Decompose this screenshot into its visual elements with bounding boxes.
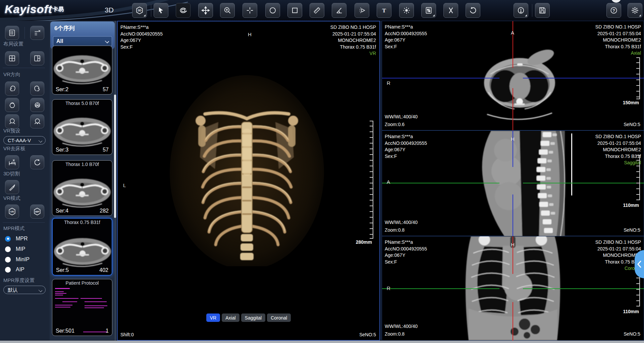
avatar[interactable] [611,0,621,3]
dropdown-corner [525,14,527,16]
dropdown-corner [144,14,146,16]
patient-name: PName:S***a [385,133,427,140]
series-thumbnail-ser3[interactable]: Thorax 5.0 B70f Ser:3 57 [52,99,112,155]
series-thumbnail-ser2[interactable]: Ser:2 57 [52,46,112,95]
series-title: Thorax 1.0 B70f [52,162,112,167]
vr-mode-mip-button[interactable]: MIP [30,205,44,219]
layout-grid-2x2-button[interactable] [5,51,19,65]
angle-tool-button[interactable] [332,3,346,18]
vr-head-back-button[interactable] [5,114,19,128]
patient-sex: Sex:F [385,153,427,160]
scale-ruler [636,57,640,99]
series-title: Thorax 5.0 B70f [52,101,112,106]
crosshair-vertical-red[interactable] [513,302,513,341]
layout-close-button[interactable] [30,26,44,40]
mpr-radio-aip[interactable]: AIP [5,267,24,273]
patient-age: Age:067Y [385,147,427,153]
crosshair-horizontal-green[interactable] [523,288,644,289]
vr-head-bottom-button[interactable] [30,98,44,112]
mpr-radio-mip[interactable]: MIP [5,246,25,252]
image-count: 1 [106,328,109,334]
scale-ruler-label: 110mm [623,309,639,314]
cobb-angle-tool-button[interactable] [355,3,369,18]
layout-split-right-button[interactable] [30,51,44,65]
patient-age: Age:067Y [385,252,427,259]
radio-icon [5,267,11,273]
pan-tool-button[interactable] [198,3,213,18]
series-thumbnail-ser5-selected[interactable]: Thorax 0.75 B31f Ser:5 402 [52,218,112,276]
series-filter-select[interactable]: All [53,36,112,46]
crosshair-horizontal-green[interactable] [382,183,499,183]
radio-icon [5,246,11,252]
zoom-tool-button[interactable] [220,3,235,18]
save-button[interactable] [535,3,550,18]
vr-preset-select[interactable]: CT-AAA-V [3,136,46,145]
crosshair-horizontal-green[interactable] [523,183,644,183]
study-info-block: SD ZIBO NO.1 HOSP 2025-01-21 07:55:04 MO… [595,133,641,166]
vr-viewport[interactable]: PName:S***a AccNO:0004920555 Age:067Y Se… [117,21,380,341]
scalpel-cut-button[interactable] [5,180,19,194]
text-tool-button[interactable]: T [377,3,391,18]
coronal-viewport[interactable]: PName:S***a AccNO:0004920555 Age:067Y Se… [382,236,644,341]
bed-reset-button[interactable] [30,155,44,169]
patient-info-block: PName:S***a AccNO:0004920555 Age:067Y Se… [385,133,427,160]
image-count: 57 [103,147,109,153]
series-thumbnail-protocol[interactable]: Patient Protocol Ser:501 1 [52,279,112,336]
sidebar-divider [3,222,45,223]
reset-tool-button[interactable] [466,3,480,18]
view-button-saggital[interactable]: Saggital [241,313,266,322]
image-count: 57 [103,87,109,93]
axial-viewport[interactable]: PName:S***a AccNO:0004920555 Age:067Y Se… [382,21,644,130]
study-datetime: 2025-01-21 07:55:04 [595,246,641,252]
patient-accno: AccNO:0004920555 [120,31,163,38]
top-toolbar: Kayisoft卡易 3D 3D [0,0,644,21]
crosshair-vertical-red[interactable] [513,88,513,131]
layout-list-button[interactable] [5,26,19,40]
mpr-thickness-value: 默认 [8,287,18,293]
crosshair-horizontal-blue[interactable] [523,78,644,78]
vr-head-front-button[interactable] [30,114,44,128]
series-number: Ser:4 [56,208,68,214]
mpr-thickness-select[interactable]: 默认 [3,286,46,294]
rectangle-tool-button[interactable] [287,3,302,18]
help-button[interactable]: ? [606,3,621,18]
crosshair-vertical-blue[interactable] [513,194,513,236]
horizontal-scrollbar[interactable] [0,341,644,343]
text-tool-glyph: T [382,7,386,14]
vr-head-right-button[interactable] [30,81,44,96]
vr-direction-label: VR方向 [3,71,20,78]
sagittal-viewport[interactable]: PName:S***a AccNO:0004920555 Age:067Y Se… [382,130,644,236]
crosshair-horizontal-blue[interactable] [382,78,499,78]
crosshair-tool-button[interactable] [243,3,257,18]
view-button-coronal[interactable]: Coronal [267,313,291,322]
volume-3d-tool-button[interactable]: 3D [132,3,147,18]
vr-mode-vr-button[interactable]: VR [5,205,19,219]
report-alert-button[interactable] [514,3,528,18]
series-scrollbar-thumb[interactable] [114,95,116,218]
rotate-3d-tool-button[interactable] [176,3,191,18]
view-button-axial[interactable]: Axial [222,313,239,322]
window-level-tool-button[interactable] [421,3,436,18]
series-thumbnail-ser4[interactable]: Thorax 1.0 B70f Ser:4 282 [52,160,112,216]
panel-collapse-button[interactable] [635,250,644,278]
series-number: Ser:3 [56,147,68,153]
bed-removal-button[interactable] [5,155,19,169]
vr-head-left-button[interactable] [5,81,19,96]
thumbnail-image [52,107,112,151]
mpr-radio-minip[interactable]: MinIP [5,256,30,263]
ellipse-tool-button[interactable] [265,3,280,18]
crosshair-vertical-red[interactable] [513,21,513,68]
view-button-vr[interactable]: VR [206,313,220,322]
vr-head-top-button[interactable] [5,98,19,112]
mpr-radio-mpr[interactable]: MPR [5,236,28,242]
axial-ct-image [481,45,560,129]
delete-tool-button[interactable] [443,3,458,18]
cursor-tool-button[interactable] [154,3,168,18]
radio-label: MPR [16,236,28,242]
settings-button[interactable] [628,3,642,18]
crosshair-horizontal-green[interactable] [382,288,499,289]
mip-hex-glyph: MIP [35,211,40,213]
brightness-tool-button[interactable] [399,3,414,18]
ruler-tool-button[interactable] [310,3,324,18]
scale-ruler-label: 110mm [623,203,639,208]
